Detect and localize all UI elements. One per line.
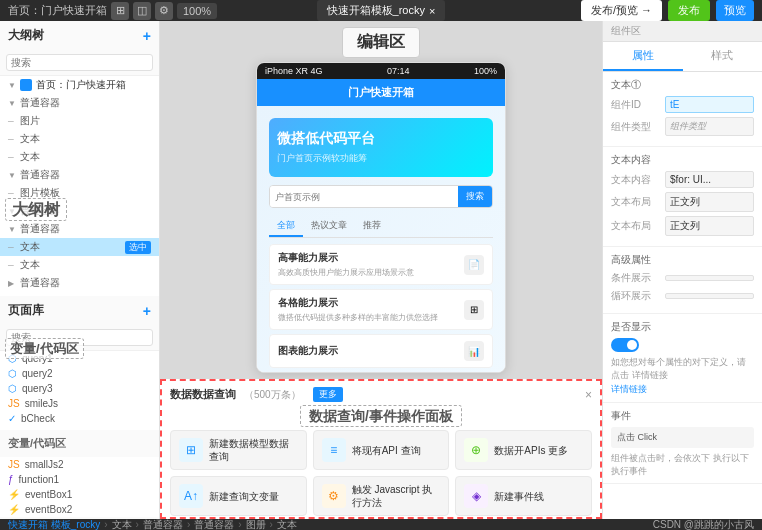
comp-item-10[interactable]: ─ 文本 — [0, 256, 159, 274]
phone-search-input[interactable] — [270, 186, 458, 207]
page-list-item-5[interactable]: ✓ bCheck — [0, 411, 159, 426]
phone-list-text-3: 图表能力展示 — [278, 344, 338, 358]
breadcrumb-sep-1: › — [136, 519, 139, 530]
layout-icon[interactable]: ⊞ — [111, 2, 129, 20]
phone-status-time: 07:14 — [387, 66, 410, 76]
phone-list-item-2[interactable]: 各格能力展示 微搭低代码提供多种多样的丰富能力供您选择 ⊞ — [269, 289, 493, 330]
comp-item-9[interactable]: ─ 文本 选中 — [0, 238, 159, 256]
field-label-align: 文本布局 — [611, 219, 661, 233]
phone-search-bar[interactable]: 搜索 — [269, 185, 493, 208]
bottom-card-6[interactable]: ◈ 新建事件线 — [455, 476, 592, 516]
publish-button[interactable]: 发布 — [668, 0, 710, 21]
phone-tab-hot[interactable]: 热议文章 — [303, 216, 355, 237]
page-list-item-4[interactable]: JS smileJs — [0, 396, 159, 411]
field-value-content[interactable]: $for: UI... — [665, 171, 754, 188]
tab-attributes[interactable]: 属性 — [603, 42, 683, 71]
comp-item-2[interactable]: ─ 图片 — [0, 112, 159, 130]
phone-tab-recommend[interactable]: 推荐 — [355, 216, 389, 237]
comp-item-3[interactable]: ─ 文本 — [0, 130, 159, 148]
add-pages-icon[interactable]: + — [143, 303, 151, 319]
close-panel-button[interactable]: × — [585, 388, 592, 402]
expand-arrow-icon: ─ — [8, 153, 18, 162]
bottom-card-1[interactable]: ⊞ 新建数据模型数据查询 — [170, 430, 307, 470]
comp-item-4[interactable]: ─ 文本 — [0, 148, 159, 166]
field-value-layout[interactable]: 正文列 — [665, 192, 754, 212]
add-icon[interactable]: + — [143, 28, 151, 44]
page-item-label: 首页：门户快速开箱 — [36, 78, 126, 92]
bottom-panel-title: 数据数据查询 — [170, 387, 236, 402]
field-value-condition[interactable] — [665, 275, 754, 281]
phone-list-item-1[interactable]: 高事能力展示 高效高质快用户能力展示应用场景示意 📄 — [269, 244, 493, 285]
breadcrumb-item-1[interactable]: 文本 — [112, 519, 132, 530]
var-item-2[interactable]: ƒ function1 — [0, 472, 159, 487]
breadcrumb-item-0[interactable]: 快速开箱 模板_rocky — [8, 519, 100, 530]
text-section-title: 文本① — [611, 78, 754, 92]
card-icon-5: ⚙ — [322, 484, 346, 508]
pages-section-header[interactable]: 页面库 + — [0, 296, 159, 325]
file-tab-close[interactable]: × — [429, 5, 435, 17]
tab-styles[interactable]: 样式 — [683, 42, 763, 71]
query-icon: ⬡ — [8, 353, 17, 364]
page-list-label: query3 — [22, 383, 53, 394]
comp-item-8[interactable]: ▼ 普通容器 — [0, 220, 159, 238]
page-list-item-3[interactable]: ⬡ query3 — [0, 381, 159, 396]
visibility-toggle[interactable] — [611, 338, 639, 352]
page-list-item-2[interactable]: ⬡ query2 — [0, 366, 159, 381]
var-item-4[interactable]: ⚡ eventBox2 — [0, 502, 159, 517]
field-value-loop[interactable] — [665, 293, 754, 299]
phone-content: 微搭低代码平台 门户首页示例软功能筹 搜索 全部 热议文章 推荐 — [257, 106, 505, 373]
file-tab-label: 快速开箱模板_rocky — [327, 3, 425, 18]
breadcrumb-item-2[interactable]: 普通容器 — [143, 519, 183, 530]
publish-preview-label[interactable]: 发布/预览 → — [581, 0, 662, 21]
toggle-section-title: 是否显示 — [611, 320, 754, 334]
search-input[interactable] — [6, 54, 153, 71]
expand-arrow-icon: ▼ — [8, 225, 18, 234]
list-icon-2: ⊞ — [464, 300, 484, 320]
event-icon-2: ⚡ — [8, 504, 20, 515]
comp-item-1[interactable]: ▼ 普通容器 — [0, 94, 159, 112]
var-item-3[interactable]: ⚡ eventBox1 — [0, 487, 159, 502]
settings-icon[interactable]: ⚙ — [155, 2, 173, 20]
breadcrumb-item-3[interactable]: 普通容器 — [194, 519, 234, 530]
pages-search-input[interactable] — [6, 329, 153, 346]
breadcrumb-item-4[interactable]: 图册 — [246, 519, 266, 530]
file-tab[interactable]: 快速开箱模板_rocky × — [317, 0, 446, 21]
comp-item-5[interactable]: ▼ 普通容器 — [0, 166, 159, 184]
page-root-item[interactable]: ▼ 首页：门户快速开箱 — [0, 76, 159, 94]
phone-tab-all[interactable]: 全部 — [269, 216, 303, 237]
var-label-3: eventBox1 — [25, 489, 72, 500]
page-list-item-1[interactable]: ⬡ query1 — [0, 351, 159, 366]
zoom-level[interactable]: 100% — [177, 3, 217, 19]
more-button[interactable]: 更多 — [313, 387, 343, 402]
breadcrumb-item-5[interactable]: 文本 — [277, 519, 297, 530]
comp-item-label: 普通容器 — [20, 96, 60, 110]
right-panel-tabs: 属性 样式 — [603, 42, 762, 72]
expand-arrow-icon: ▼ — [8, 81, 18, 90]
variables-header[interactable]: 变量/代码区 — [0, 430, 159, 457]
outline-header[interactable]: 大纲树 + — [0, 21, 159, 50]
expand-arrow-icon: ─ — [8, 189, 18, 198]
comp-item-7[interactable]: ▼ 普通容器 — [0, 202, 159, 220]
page-list-label: bCheck — [21, 413, 55, 424]
bottom-card-3[interactable]: ⊕ 数据开APIs 更多 — [455, 430, 592, 470]
event-item-click[interactable]: 点击 Click — [611, 427, 754, 448]
preview-icon[interactable]: ◫ — [133, 2, 151, 20]
breadcrumb-sep-2: › — [187, 519, 190, 530]
bottom-card-4[interactable]: A↑ 新建查询文变量 — [170, 476, 307, 516]
var-label-4: eventBox2 — [25, 504, 72, 515]
app-container: 首页：门户快速开箱 ⊞ ◫ ⚙ 100% 快速开箱模板_rocky × 发布/预… — [0, 0, 762, 530]
phone-preview: iPhone XR 4G 07:14 100% 门户快速开箱 微搭低代码平台 门… — [256, 62, 506, 373]
field-value-id[interactable]: tE — [665, 96, 754, 113]
var-item-1[interactable]: JS smallJs2 — [0, 457, 159, 472]
bottom-card-2[interactable]: ≡ 将现有API 查询 — [313, 430, 450, 470]
section-label-container: 数据查询/事件操作面板 — [170, 408, 592, 426]
preview-button[interactable]: 预览 — [716, 0, 754, 21]
bottom-card-5[interactable]: ⚙ 触发 Javascript 执行方法 — [313, 476, 450, 516]
expand-arrow-icon: ─ — [8, 135, 18, 144]
right-panel: 组件区 属性 样式 文本① 组件ID tE 组件类型 组件类型 — [602, 21, 762, 519]
phone-search-button[interactable]: 搜索 — [458, 186, 492, 207]
comp-item-6[interactable]: ─ 图片模板 — [0, 184, 159, 202]
phone-list-item-3[interactable]: 图表能力展示 📊 — [269, 334, 493, 368]
comp-item-11[interactable]: ▶ 普通容器 — [0, 274, 159, 292]
toggle-link[interactable]: 详情链接 — [611, 384, 647, 394]
